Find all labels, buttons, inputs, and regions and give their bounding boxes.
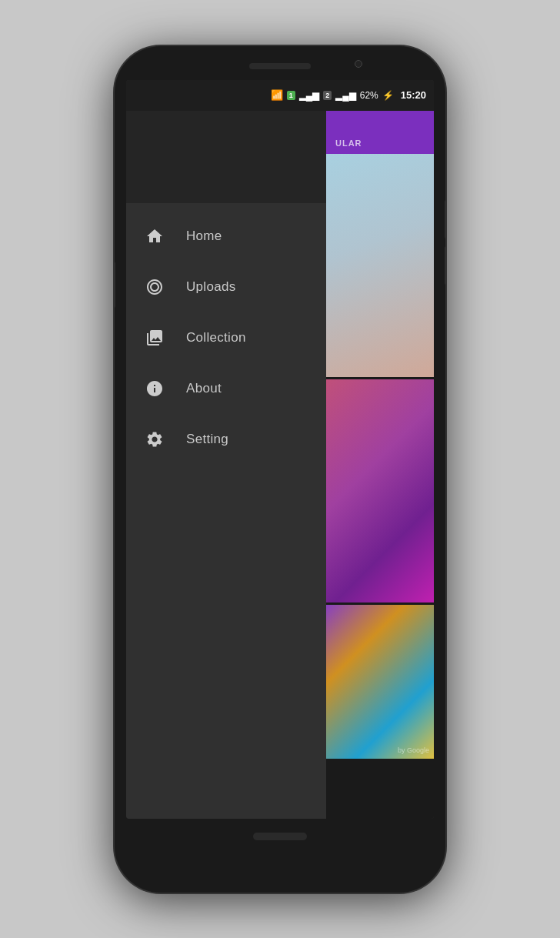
main-app-header: ULAR xyxy=(326,111,434,154)
volume-button-up[interactable] xyxy=(445,200,445,239)
home-icon xyxy=(145,226,165,246)
speaker-grille xyxy=(249,63,311,69)
collection-icon xyxy=(145,328,165,348)
phone-bottom xyxy=(253,819,307,893)
nav-item-about[interactable]: About xyxy=(126,363,326,414)
time-display: 15:20 xyxy=(401,89,426,101)
nav-item-collection[interactable]: Collection xyxy=(126,312,326,363)
sim1-badge: 1 xyxy=(287,91,295,100)
setting-icon xyxy=(145,429,165,449)
volume-button-down[interactable] xyxy=(445,246,445,285)
signal2-bars: ▂▄▆ xyxy=(335,90,356,101)
main-content: ULAR by Google xyxy=(326,111,434,819)
sim2-badge: 2 xyxy=(323,91,332,100)
setting-label: Setting xyxy=(186,432,228,447)
image-item-1 xyxy=(326,154,434,377)
collection-label: Collection xyxy=(186,330,246,345)
popular-label: ULAR xyxy=(335,117,362,148)
home-label: Home xyxy=(186,229,222,244)
phone-screen: 📶 1 ▂▄▆ 2 ▂▄▆ 62% ⚡ 15:20 xyxy=(126,80,434,819)
about-icon xyxy=(145,379,165,399)
image-grid: by Google xyxy=(326,154,434,759)
battery-percent: 62% xyxy=(360,90,378,101)
nav-item-setting[interactable]: Setting xyxy=(126,414,326,465)
status-bar: 📶 1 ▂▄▆ 2 ▂▄▆ 62% ⚡ 15:20 xyxy=(126,80,434,111)
nav-menu: Home Uploads xyxy=(126,203,326,465)
image-item-3: by Google xyxy=(326,605,434,759)
nav-item-home[interactable]: Home xyxy=(126,211,326,262)
front-camera xyxy=(355,60,362,68)
screen-content: Home Uploads xyxy=(126,111,434,819)
battery-icon: ⚡ xyxy=(382,90,394,101)
home-button[interactable] xyxy=(253,833,307,840)
uploads-label: Uploads xyxy=(186,279,235,295)
image-item-2 xyxy=(326,379,434,603)
wifi-icon: 📶 xyxy=(271,89,283,101)
phone-device: 📶 1 ▂▄▆ 2 ▂▄▆ 62% ⚡ 15:20 xyxy=(115,46,445,893)
power-button[interactable] xyxy=(115,262,115,308)
watermark: by Google xyxy=(398,746,429,754)
nav-item-uploads[interactable]: Uploads xyxy=(126,262,326,312)
uploads-icon xyxy=(145,277,165,297)
status-icons: 📶 1 ▂▄▆ 2 ▂▄▆ 62% ⚡ 15:20 xyxy=(271,89,426,101)
about-label: About xyxy=(186,381,222,396)
nav-drawer: Home Uploads xyxy=(126,111,326,819)
signal1-bars: ▂▄▆ xyxy=(299,90,320,101)
drawer-header xyxy=(126,111,326,203)
